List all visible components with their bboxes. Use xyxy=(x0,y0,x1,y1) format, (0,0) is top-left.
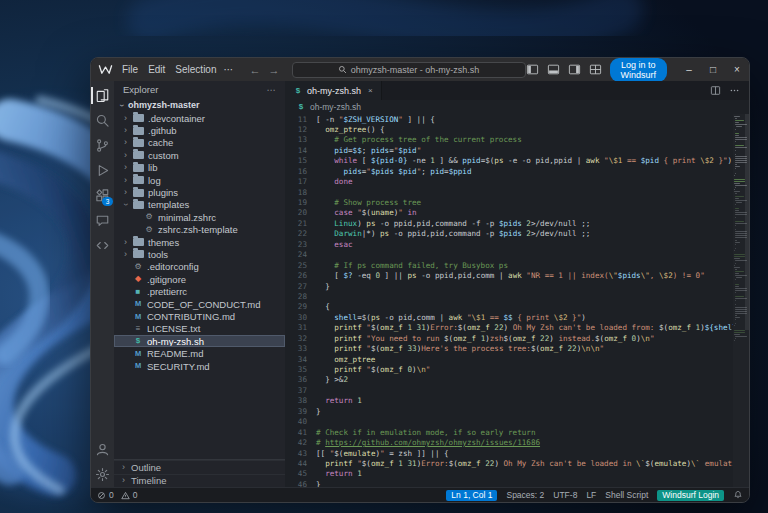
code-line[interactable]: 11[ -n "$ZSH_VERSION" ] || { xyxy=(285,115,733,125)
code-line[interactable]: 45 return 1 xyxy=(285,469,733,479)
menu-file[interactable]: File xyxy=(117,64,143,75)
tree-item-oh-my-zsh.sh[interactable]: $oh-my-zsh.sh xyxy=(114,335,285,347)
editor-more-icon[interactable] xyxy=(729,85,740,96)
tab-close-icon[interactable]: × xyxy=(368,86,373,95)
command-center-search[interactable]: ohmyzsh-master - oh-my-zsh.sh xyxy=(292,62,526,78)
code-editor[interactable]: 11[ -n "$ZSH_VERSION" ] || {12 omz_ptree… xyxy=(285,114,733,487)
code-line[interactable]: 30 shell=$(ps -o pid,comm | awk "\$1 == … xyxy=(285,313,733,323)
code-line[interactable]: 28 xyxy=(285,292,733,302)
tree-item-tools[interactable]: ›tools xyxy=(114,248,285,260)
notifications-bell-icon[interactable] xyxy=(733,490,743,500)
code-line[interactable]: 27 } xyxy=(285,282,733,292)
tree-item-.devcontainer[interactable]: ›.devcontainer xyxy=(114,112,285,124)
menu-overflow[interactable]: ⋯ xyxy=(222,64,236,75)
maximize-button[interactable]: □ xyxy=(701,58,725,81)
toggle-panel-icon[interactable] xyxy=(547,63,560,76)
code-line[interactable]: 29 { xyxy=(285,302,733,312)
remote-icon[interactable] xyxy=(91,233,114,258)
extensions-icon[interactable]: 3 xyxy=(91,183,114,208)
split-editor-icon[interactable] xyxy=(710,85,721,96)
tree-item-contributing.md[interactable]: MCONTRIBUTING.md xyxy=(114,310,285,322)
tree-item-minimal.zshrc[interactable]: ⚙minimal.zshrc xyxy=(114,211,285,223)
code-line[interactable]: 18 xyxy=(285,188,733,198)
code-line[interactable]: 31 printf "$(omz_f 1 31)Error:$(omz_f 22… xyxy=(285,323,733,333)
cursor-position[interactable]: Ln 1, Col 1 xyxy=(446,490,497,501)
search-icon[interactable] xyxy=(91,108,114,133)
code-line[interactable]: 15 while [ ${pid-0} -ne 1 ] && ppid=$(ps… xyxy=(285,156,733,166)
code-line[interactable]: 25 # If ps command failed, try Busybox p… xyxy=(285,261,733,271)
windsurf-login-status[interactable]: Windsurf Login xyxy=(657,490,724,501)
customize-layout-icon[interactable] xyxy=(589,63,602,76)
tree-item-plugins[interactable]: ›plugins xyxy=(114,186,285,198)
tree-item-readme.md[interactable]: MREADME.md xyxy=(114,347,285,359)
code-line[interactable]: 32 printf "You need to run $(omz_f 1)zsh… xyxy=(285,334,733,344)
eol[interactable]: LF xyxy=(586,490,596,500)
sidebar-panel-outline[interactable]: › Outline xyxy=(114,460,285,474)
code-line[interactable]: 34 omz_ptree xyxy=(285,355,733,365)
nav-back-icon[interactable]: ← xyxy=(250,64,261,76)
code-line[interactable]: 14 pid=$$; pids="$pid" xyxy=(285,146,733,156)
tree-item-.prettierrc[interactable]: ■.prettierrc xyxy=(114,285,285,297)
nav-forward-icon[interactable]: → xyxy=(269,64,280,76)
account-icon[interactable] xyxy=(91,437,114,462)
run-debug-icon[interactable] xyxy=(91,158,114,183)
code-line[interactable]: 40 xyxy=(285,417,733,427)
tree-item-code_of_conduct.md[interactable]: MCODE_OF_CONDUCT.md xyxy=(114,298,285,310)
code-line[interactable]: 22 Darwin|*) ps -o ppid,pid,command -p $… xyxy=(285,229,733,239)
code-line[interactable]: 16 pids="$pids $pid"; pid=$ppid xyxy=(285,167,733,177)
code-line[interactable]: 21 Linux) ps -o ppid,pid,command -f -p $… xyxy=(285,219,733,229)
workspace-root[interactable]: › ohmyzsh-master xyxy=(114,98,285,112)
login-button[interactable]: Log in to Windsurf xyxy=(610,58,668,82)
settings-icon[interactable] xyxy=(91,462,114,487)
indentation[interactable]: Spaces: 2 xyxy=(506,490,544,500)
scrollbar[interactable] xyxy=(745,114,749,330)
code-line[interactable]: 35 printf "$(omz_f 0)\n" xyxy=(285,365,733,375)
code-line[interactable]: 39} xyxy=(285,407,733,417)
code-line[interactable]: 13 # Get process tree of the current pro… xyxy=(285,135,733,145)
toggle-secondary-sidebar-icon[interactable] xyxy=(568,63,581,76)
source-control-icon[interactable] xyxy=(91,133,114,158)
breadcrumb[interactable]: $ oh-my-zsh.sh xyxy=(285,100,749,114)
explorer-icon[interactable] xyxy=(91,83,114,108)
toggle-sidebar-icon[interactable] xyxy=(526,63,539,76)
problems-indicator[interactable]: 0 0 xyxy=(97,490,137,500)
code-line[interactable]: 44 printf "$(omz_f 1 31)Error:$(omz_f 22… xyxy=(285,459,733,469)
tree-item-cache[interactable]: ›cache xyxy=(114,137,285,149)
tree-item-license.txt[interactable]: ≡LICENSE.txt xyxy=(114,323,285,335)
code-line[interactable]: 33 printf "$(omz_f 33)Here's the process… xyxy=(285,344,733,354)
close-button[interactable]: × xyxy=(725,58,749,81)
code-line[interactable]: 12 omz_ptree() { xyxy=(285,125,733,135)
tree-item-.github[interactable]: ›.github xyxy=(114,124,285,136)
code-line[interactable]: 26 [ $? -eq 0 ] || ps -o ppid,pid,comm |… xyxy=(285,271,733,281)
sidebar-panel-timeline[interactable]: › Timeline xyxy=(114,474,285,488)
tree-item-.editorconfig[interactable]: ⚙.editorconfig xyxy=(114,261,285,273)
tree-item-lib[interactable]: ›lib xyxy=(114,162,285,174)
code-line[interactable]: 42# https://github.com/ohmyzsh/ohmyzsh/i… xyxy=(285,438,733,448)
menu-selection[interactable]: Selection xyxy=(170,64,221,75)
code-line[interactable]: 41# Check if in emulation mode, if so ea… xyxy=(285,428,733,438)
code-line[interactable]: 19 # Show process tree xyxy=(285,198,733,208)
code-line[interactable]: 20 case "$(uname)" in xyxy=(285,208,733,218)
tree-item-log[interactable]: ›log xyxy=(114,174,285,186)
menu-edit[interactable]: Edit xyxy=(143,64,170,75)
code-line[interactable]: 38 return 1 xyxy=(285,396,733,406)
tree-item-security.md[interactable]: MSECURITY.md xyxy=(114,360,285,372)
code-line[interactable]: 36 } >&2 xyxy=(285,375,733,385)
code-line[interactable]: 24 xyxy=(285,250,733,260)
tree-item-custom[interactable]: ›custom xyxy=(114,149,285,161)
code-line[interactable]: 43[[ "$(emulate)" = zsh ]] || { xyxy=(285,449,733,459)
tree-item-zshrc.zsh-template[interactable]: ⚙zshrc.zsh-template xyxy=(114,224,285,236)
code-line[interactable]: 37 xyxy=(285,386,733,396)
code-line[interactable]: 17 done xyxy=(285,177,733,187)
minimize-button[interactable]: – xyxy=(677,58,701,81)
language-mode[interactable]: Shell Script xyxy=(605,490,648,500)
code-line[interactable]: 23 esac xyxy=(285,240,733,250)
tree-item-.gitignore[interactable]: ◆.gitignore xyxy=(114,273,285,285)
tab-oh-my-zsh[interactable]: $ oh-my-zsh.sh × xyxy=(285,81,382,100)
tree-item-themes[interactable]: ›themes xyxy=(114,236,285,248)
tree-item-templates[interactable]: ›templates xyxy=(114,199,285,211)
explorer-more-icon[interactable]: ⋯ xyxy=(267,84,277,95)
encoding[interactable]: UTF-8 xyxy=(553,490,577,500)
code-line[interactable]: 46} xyxy=(285,480,733,487)
chat-icon[interactable] xyxy=(91,208,114,233)
